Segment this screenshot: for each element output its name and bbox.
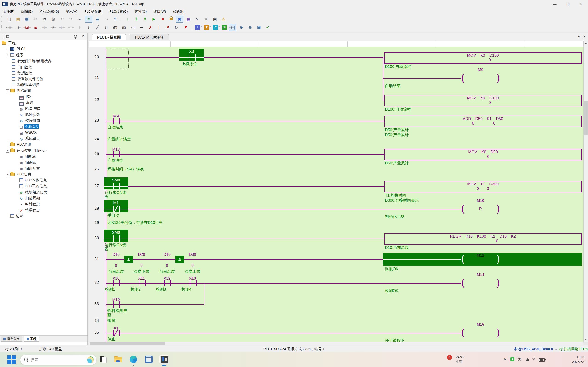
tree-item-serial-port[interactable]: ◍PLC 串口	[0, 106, 87, 112]
plc-software-button[interactable]	[159, 355, 169, 364]
ladder-view-button[interactable]: ≡	[85, 16, 92, 23]
paste-button[interactable]: ▨	[50, 16, 57, 23]
tree-item-device-comments[interactable]: 软元件注释/使用状况	[0, 58, 87, 64]
select-mode-button[interactable]: ▷	[173, 24, 181, 31]
monitor-mode-button[interactable]: ◉	[176, 16, 183, 23]
delete-branch-button[interactable]: ⊠	[32, 24, 39, 31]
coil-m9[interactable]	[461, 73, 500, 84]
copy-button[interactable]: ⧉	[41, 16, 48, 23]
ladder-canvas[interactable]	[106, 47, 583, 342]
horizontal-scrollbar[interactable]	[89, 342, 583, 345]
tree-item-clock-info[interactable]: ◔时钟信息	[0, 201, 87, 207]
tree-item-axis-group[interactable]: ▣轴组配置	[0, 165, 87, 171]
tree-item-free-monitor[interactable]: 自由监控	[0, 64, 87, 70]
task-view-button[interactable]	[98, 355, 107, 364]
tree-item-device-init[interactable]: 设置软元件初值	[0, 76, 87, 82]
minimize-button[interactable]: —	[548, 0, 561, 8]
scroll-up-icon[interactable]: ▲	[584, 41, 588, 45]
menu-window[interactable]: 窗口(W)	[150, 8, 169, 15]
contact-x13[interactable]	[190, 280, 197, 286]
tree-item-wbox[interactable]: ▣WBOX	[0, 130, 87, 135]
expander-icon[interactable]: −	[6, 90, 9, 93]
scroll-down-icon[interactable]: ▼	[584, 338, 588, 342]
instruction-box-add[interactable]: ADD D50 K1 D50	[384, 116, 582, 127]
menu-plc-operate[interactable]: PLC操作(P)	[81, 8, 105, 15]
menu-view[interactable]: 显示(V)	[63, 8, 80, 15]
edge-browser-button[interactable]	[129, 355, 138, 364]
contact-m9[interactable]	[113, 118, 120, 124]
volume-icon[interactable]: ◁)	[531, 357, 535, 360]
vertical-scrollbar[interactable]: ▲ ▼	[583, 41, 588, 342]
vline-delete-button[interactable]: ✗	[164, 24, 172, 31]
instruction-i-button[interactable]: I	[195, 25, 200, 30]
compare-le-contact[interactable]: ≤	[175, 256, 184, 263]
menu-help[interactable]: 帮助(H)	[170, 8, 188, 15]
contact-x11[interactable]	[139, 280, 146, 286]
tree-item-plc-project-info[interactable]: PLC工程信息	[0, 183, 87, 189]
taskbar-clock[interactable]: 16:25 2025/6/9	[563, 355, 585, 364]
coil-m10-reset[interactable]: R	[461, 204, 500, 215]
tree-item-pulse-params[interactable]: ∿脉冲参数	[0, 112, 87, 118]
maximize-button[interactable]: ▢	[561, 0, 575, 8]
zoom-in-button[interactable]: ⊕	[237, 24, 245, 31]
expander-icon[interactable]: +	[6, 54, 9, 57]
help-button[interactable]: ?	[111, 16, 119, 23]
tree-item-axis-debug[interactable]: ▣轴调试	[0, 159, 87, 165]
contact-m19[interactable]	[113, 301, 120, 308]
address-grid-button[interactable]: ▦	[255, 24, 262, 31]
menu-find-replace[interactable]: 查找\替换(S)	[37, 8, 62, 15]
instruction-list-button[interactable]: ≣	[94, 16, 101, 23]
coil-set-button[interactable]: (S)	[120, 24, 128, 31]
tab-instruction-category[interactable]: 指令分类	[1, 336, 22, 342]
program-check-button[interactable]: ✔	[264, 24, 271, 31]
menu-options[interactable]: 选项(O)	[132, 8, 150, 15]
state-s-button[interactable]: S	[222, 25, 227, 30]
tree-item-data-monitor[interactable]: 数据监控	[0, 70, 87, 76]
toolbar-handle[interactable]	[1, 25, 3, 30]
undo-button[interactable]: ↶	[58, 16, 66, 23]
tree-item-program[interactable]: +程序	[0, 52, 87, 58]
tree-item-project-root[interactable]: 工程	[0, 40, 87, 46]
run-plc-button[interactable]: ▶	[150, 16, 157, 23]
menu-file[interactable]: 文件(F)	[0, 8, 17, 15]
line-down-button[interactable]: ↓	[85, 24, 92, 31]
coil-reset-button[interactable]: (R)	[111, 24, 119, 31]
tab-project[interactable]: 工程	[24, 336, 39, 342]
online-download-button[interactable]: ⇑	[141, 16, 149, 23]
insert-branch-button[interactable]: →⊢	[14, 24, 22, 31]
tree-item-module-info[interactable]: ⚙模块组态信息	[0, 189, 87, 195]
contact-rising-button[interactable]: ⊣↑⊢	[58, 24, 66, 31]
tray-app-icon[interactable]	[510, 357, 515, 361]
tab-close-icon[interactable]: ✕	[583, 35, 586, 38]
contact-falling-button[interactable]: ⊣↓⊢	[67, 24, 75, 31]
taskbar-search[interactable]	[20, 355, 96, 365]
vertical-scroll-thumb[interactable]	[584, 101, 588, 135]
calculator-button[interactable]	[144, 355, 153, 364]
tree-item-password[interactable]: •••密码	[0, 100, 87, 106]
tree-item-motion-control[interactable]: −运动控制（H运动）	[0, 148, 87, 153]
warning-button[interactable]: ⚠	[220, 16, 227, 23]
comm-config-link[interactable]: 本地:USB_Xnet_Default	[514, 347, 553, 351]
cut-button[interactable]: ✂	[32, 16, 39, 23]
expander-icon[interactable]: −	[6, 149, 9, 152]
dropdown-caret-icon[interactable]: ▾	[218, 26, 220, 28]
timer-t-button[interactable]: T	[204, 25, 209, 30]
file-explorer-button[interactable]	[113, 355, 123, 364]
coil-m14[interactable]	[461, 278, 500, 289]
oscilloscope-button[interactable]: ∿	[193, 16, 201, 23]
search-input[interactable]	[31, 356, 78, 364]
stop-plc-button[interactable]: ■	[159, 16, 166, 23]
vline-button[interactable]: │	[156, 24, 163, 31]
tree-item-system-settings[interactable]: ◎系统设置	[0, 135, 87, 142]
tree-item-plc-comm[interactable]: PLC通讯	[0, 142, 87, 148]
save-file-button[interactable]: ▦	[23, 16, 30, 23]
hline-delete-button[interactable]: ✗	[147, 24, 154, 31]
panel-close-icon[interactable]: ✕	[82, 34, 85, 38]
redo-button[interactable]: ↷	[67, 16, 75, 23]
delete-mode-button[interactable]: ✘	[182, 24, 190, 31]
tree-item-plc1[interactable]: −PLC1	[0, 46, 87, 52]
notification-badge[interactable]: 5	[447, 355, 452, 360]
tree-item-version-switch[interactable]: 功能版本切换	[0, 82, 87, 88]
start-button[interactable]	[7, 355, 16, 364]
tree-item-record[interactable]: 记录	[0, 213, 87, 219]
